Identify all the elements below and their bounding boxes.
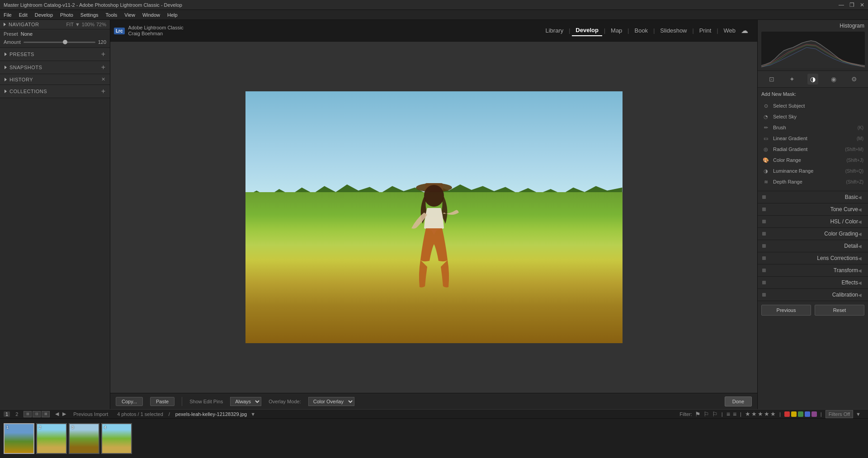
reset-button[interactable]: Reset [815, 305, 864, 316]
overlay-mode-select[interactable]: Color Overlay [308, 397, 354, 406]
menu-help[interactable]: Help [167, 12, 178, 18]
star-1[interactable]: ★ [745, 411, 750, 417]
menu-develop[interactable]: Develop [35, 12, 53, 18]
history-close-icon[interactable]: ✕ [101, 76, 105, 82]
transform-section-header[interactable]: Transform ◀ [758, 264, 868, 276]
menu-edit[interactable]: Edit [19, 12, 28, 18]
collections-add-icon[interactable]: + [101, 87, 105, 95]
filter-sort-desc-icon[interactable]: ≡ [733, 411, 736, 418]
lens-corrections-section-header[interactable]: Lens Corrections ◀ [758, 252, 868, 264]
radial-gradient-item[interactable]: ◎ Radial Gradient (Shift+M) [761, 144, 864, 155]
nav-slideshow[interactable]: Slideshow [656, 25, 690, 36]
settings-tool-icon[interactable]: ⚙ [849, 74, 859, 85]
navigator-zoom-controls[interactable]: FIT ▼ 100% 72% [66, 22, 106, 27]
menu-settings[interactable]: Settings [80, 12, 99, 18]
filter-flag-icon[interactable]: ⚑ [695, 411, 701, 418]
snapshots-add-icon[interactable]: + [101, 63, 105, 71]
nav-map[interactable]: Map [607, 25, 626, 36]
tone-curve-section-header[interactable]: Tone Curve ◀ [758, 203, 868, 215]
linear-gradient-item[interactable]: ▭ Linear Gradient (M) [761, 133, 864, 144]
filter-unflagged-icon[interactable]: ⚐ [712, 411, 718, 418]
menu-window[interactable]: Window [142, 12, 160, 18]
amount-slider-thumb[interactable] [63, 40, 67, 44]
filmstrip-thumb-4[interactable]: 4 [101, 423, 132, 454]
close-button[interactable]: ✕ [860, 2, 864, 8]
show-edit-pins-select[interactable]: Always [230, 397, 261, 406]
navigator-zoom2[interactable]: 72% [96, 22, 106, 27]
select-subject-item[interactable]: ⊙ Select Subject [761, 100, 864, 111]
filter-green[interactable] [798, 411, 803, 417]
survey-view-icon[interactable]: ⊠ [42, 411, 50, 417]
menu-tools[interactable]: Tools [106, 12, 118, 18]
depth-range-item[interactable]: ≋ Depth Range (Shift+Z) [761, 176, 864, 187]
copy-button[interactable]: Copy... [116, 397, 143, 406]
navigator-fit[interactable]: FIT ▼ [66, 22, 80, 27]
history-header[interactable]: History ✕ [0, 74, 110, 85]
brush-item[interactable]: ✏ Brush (K) [761, 122, 864, 133]
previous-button[interactable]: Previous [761, 305, 811, 316]
star-2[interactable]: ★ [751, 411, 757, 417]
filter-rejected-icon[interactable]: ⚐ [703, 411, 709, 418]
compare-view-icon[interactable]: ⊟ [33, 411, 41, 417]
filters-off-button[interactable]: Filters Off [826, 410, 853, 418]
minimize-button[interactable]: — [839, 2, 844, 8]
titlebar-controls[interactable]: — ❐ ✕ [839, 2, 864, 8]
menu-photo[interactable]: Photo [60, 12, 73, 18]
nav-develop[interactable]: Develop [572, 25, 602, 36]
filename-dropdown-icon[interactable]: ▼ [250, 411, 255, 417]
collections-header[interactable]: Collections + [0, 85, 110, 98]
arrow-next-icon[interactable]: ▶ [62, 411, 66, 417]
calibration-section-header[interactable]: Calibration ◀ [758, 289, 868, 301]
arrow-prev-icon[interactable]: ◀ [55, 411, 59, 417]
nav-print[interactable]: Print [696, 25, 715, 36]
navigator-zoom1[interactable]: 100% [82, 22, 94, 27]
amount-slider[interactable] [24, 42, 95, 43]
select-subject-label: Select Subject [773, 103, 805, 109]
filename-label[interactable]: pexels-leah-kelley-12128329.jpg [175, 411, 247, 417]
maximize-button[interactable]: ❐ [849, 2, 854, 8]
presets-header[interactable]: Presets + [0, 48, 110, 61]
menu-view[interactable]: View [124, 12, 135, 18]
filter-blue[interactable] [805, 411, 810, 417]
filmstrip-thumb-1[interactable]: 1 [4, 423, 34, 454]
star-3[interactable]: ★ [758, 411, 763, 417]
star-4[interactable]: ★ [764, 411, 769, 417]
navigator-label: Navigator [9, 22, 39, 27]
filter-purple[interactable] [811, 411, 817, 417]
star-5[interactable]: ★ [770, 411, 776, 417]
paste-button[interactable]: Paste [150, 397, 175, 406]
navigator-header[interactable]: Navigator FIT ▼ 100% 72% [0, 20, 110, 29]
menu-file[interactable]: File [4, 12, 12, 18]
preset-value[interactable]: None [21, 31, 33, 37]
weather-icon[interactable]: ☁ [741, 26, 748, 35]
color-grading-section-header[interactable]: Color Grading ◀ [758, 228, 868, 240]
grid-view-icon[interactable]: ⊞ [24, 411, 32, 417]
filter-yellow[interactable] [791, 411, 797, 417]
detail-section-header[interactable]: Detail ◀ [758, 240, 868, 252]
masking-tool-icon[interactable]: ◑ [807, 74, 818, 85]
filter-sort-asc-icon[interactable]: ≡ [726, 411, 730, 418]
healing-tool-icon[interactable]: ✦ [787, 74, 797, 85]
select-sky-item[interactable]: ◔ Select Sky [761, 111, 864, 122]
filter-red[interactable] [784, 411, 790, 417]
nav-library[interactable]: Library [542, 25, 567, 36]
page-2-button[interactable]: 2 [14, 411, 20, 417]
effects-section-header[interactable]: Effects ◀ [758, 277, 868, 288]
presets-add-icon[interactable]: + [101, 50, 105, 58]
filter-colors[interactable] [784, 411, 817, 417]
filters-dropdown-icon[interactable]: ▼ [856, 411, 861, 417]
luminance-range-item[interactable]: ◑ Luminance Range (Shift+Q) [761, 165, 864, 176]
nav-book[interactable]: Book [631, 25, 651, 36]
page-1-button[interactable]: 1 [4, 411, 10, 417]
crop-tool-icon[interactable]: ⊡ [766, 74, 777, 85]
basic-section-header[interactable]: Basic ◀ [758, 191, 868, 203]
filmstrip-thumb-2[interactable]: 2 [36, 423, 67, 454]
nav-web[interactable]: Web [720, 25, 740, 36]
red-eye-tool-icon[interactable]: ◉ [828, 74, 839, 85]
color-range-item[interactable]: 🎨 Color Range (Shift+J) [761, 155, 864, 165]
snapshots-header[interactable]: Snapshots + [0, 61, 110, 74]
filter-stars[interactable]: ★ ★ ★ ★ ★ [745, 411, 776, 417]
done-button[interactable]: Done [725, 397, 752, 406]
filmstrip-thumb-3[interactable]: 3 [69, 423, 99, 454]
hsl-color-section-header[interactable]: HSL / Color ◀ [758, 216, 868, 227]
